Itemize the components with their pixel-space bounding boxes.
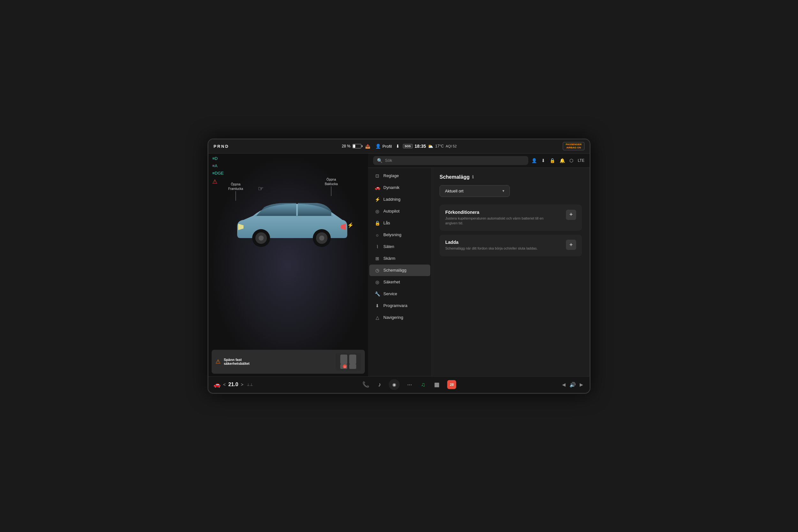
search-action-icons: 👤 ⬇ 🔒 🔔 ⬡ LTE [531,158,585,163]
menu-item-reglage[interactable]: ⊡ Reglage [369,170,430,182]
las-label: Lås [383,221,390,225]
car-taskbar-icon[interactable]: 🚗 [213,381,221,388]
gallery-icon[interactable]: ▦ [433,380,441,390]
temp-value: 21.0 [228,382,238,387]
vol-prev-button[interactable]: ◀ [561,381,567,388]
reglage-icon: ⊡ [375,173,380,178]
schemalägg-icon: ◷ [375,268,380,273]
bluetooth-action-icon[interactable]: ⬡ [569,158,573,163]
airbag-badge: PASSENGER AIRBAG ON [563,142,585,151]
search-input-wrapper[interactable]: 🔍 Sök [373,156,528,165]
label-trunk[interactable]: ÖppnaBaklucka [325,177,338,196]
menu-item-autopilot[interactable]: ◎ Autopilot [369,206,430,217]
settings-title: Schemalägg ℹ [439,174,582,180]
temp-ac-icon: ⊥⊥ [247,383,253,387]
menu-item-laddning[interactable]: ⚡ Laddning [369,194,430,205]
menu-item-sakerhet[interactable]: ◎ Säkerhet [369,277,430,288]
info-icon[interactable]: ℹ [472,175,474,179]
icon-warning[interactable]: ⚠ [212,178,224,185]
temp-next-button[interactable]: > [241,382,243,387]
icon-display-mode[interactable]: ≡D [212,156,224,161]
menu-item-schemalägg[interactable]: ◷ Schemalägg [369,265,430,276]
ladda-content: Ladda Schemalägg när ditt fordon ska bör… [445,240,562,251]
menu-item-las[interactable]: 🔒 Lås [369,217,430,229]
app-circle-icon[interactable]: ◉ [389,379,400,390]
volume-icon[interactable]: 🔊 [569,382,576,388]
sos-badge[interactable]: SOS [403,144,413,148]
main-content: ≡D ≡A ≡DGE ⚠ [208,153,590,376]
programvara-icon: ⬇ [375,303,380,308]
left-panel: ≡D ≡A ≡DGE ⚠ [208,153,368,376]
sakerhet-label: Säkerhet [383,280,400,284]
menu-item-dynamik[interactable]: 🚗 Dynamik [369,182,430,193]
laddning-label: Laddning [383,197,401,202]
volume-control: 🔊 [569,382,576,388]
touch-icon: ☞ [258,185,264,192]
content-area: ⊡ Reglage 🚗 Dynamik ⚡ Laddning ◎ Autopil… [368,168,590,376]
icon-auto[interactable]: ≡A [212,164,224,168]
status-bar: PRND 28 % 📤 👤 Profil ⬇ SOS 18:35 ⛅ 17°C [208,139,590,153]
prnd-display: PRND [213,144,229,149]
signal-action-icon[interactable]: LTE [578,158,585,163]
taskbar-right: ◀ 🔊 ▶ [540,381,585,388]
spotify-icon[interactable]: ♫ [420,380,427,390]
reglage-label: Reglage [383,173,399,178]
forkonditionera-add-button[interactable]: + [566,210,576,220]
bell-action-icon[interactable]: 🔔 [559,158,565,163]
location-dropdown[interactable]: Aktuell ort ▾ [439,185,510,197]
calendar-badge[interactable]: 28 [447,380,456,389]
alert-text: Spänn fast säkerhetsbältet [224,358,250,365]
saten-label: Säten [383,244,394,249]
menu-sidebar: ⊡ Reglage 🚗 Dynamik ⚡ Laddning ◎ Autopil… [368,168,432,376]
belysning-icon: ☼ [375,232,380,238]
car-illustration: ⚡ [228,185,349,255]
menu-item-service[interactable]: 🔧 Service [369,288,430,300]
profile-action-icon[interactable]: 👤 [531,158,537,163]
dynamik-label: Dynamik [383,185,400,190]
ladda-row: Ladda Schemalägg när ditt fordon ska bör… [439,234,582,256]
location-dropdown-wrapper: Aktuell ort ▾ [439,185,582,197]
search-icon: 🔍 [377,158,382,163]
autopilot-icon: ◎ [375,209,380,214]
svg-rect-11 [349,364,356,369]
temp-prev-button[interactable]: < [223,382,226,387]
more-icon[interactable]: ··· [406,380,413,390]
left-icons: ≡D ≡A ≡DGE ⚠ [212,156,224,185]
taskbar-center: 📞 ♪ ◉ ··· ♫ ▦ 28 [278,379,540,390]
phone-icon[interactable]: 📞 [361,380,370,390]
ladda-desc: Schemalägg när ditt fordon ska börja och… [445,246,547,251]
lock-action-icon[interactable]: 🔒 [550,158,555,163]
weather-icon: ⛅ [428,144,433,149]
svg-text:⚠: ⚠ [344,365,346,368]
autopilot-label: Autopilot [383,209,400,213]
search-bar: 🔍 Sök 👤 ⬇ 🔒 🔔 ⬡ LTE [368,153,590,168]
download-action-icon[interactable]: ⬇ [542,158,545,163]
ladda-add-button[interactable]: + [566,240,576,250]
dropdown-arrow: ▾ [502,189,504,193]
profile-button[interactable]: 👤 Profil [375,144,392,149]
menu-item-navigering[interactable]: △ Navigering [369,312,430,323]
vol-next-button[interactable]: ▶ [578,381,585,388]
menu-item-skarm[interactable]: ⊞ Skärm [369,253,430,264]
alert-icon: ⚠ [215,358,221,365]
dynamik-icon: 🚗 [375,185,380,190]
icon-edge[interactable]: ≡DGE [212,171,224,175]
search-placeholder[interactable]: Sök [385,158,392,163]
skarm-label: Skärm [383,256,396,261]
profile-icon: 👤 [375,144,381,149]
dropdown-text: Aktuell ort [445,189,463,193]
svg-text:⚡: ⚡ [347,222,354,228]
download-icon[interactable]: ⬇ [396,144,400,149]
seat-thumbnail: ⚠ [336,353,361,370]
music-icon[interactable]: ♪ [377,380,382,390]
skarm-icon: ⊞ [375,256,380,261]
menu-item-belysning[interactable]: ☼ Belysning [369,229,430,241]
tesla-screen: PRND 28 % 📤 👤 Profil ⬇ SOS 18:35 ⛅ 17°C [208,138,590,394]
ladda-title: Ladda [445,240,562,245]
label-front-hood[interactable]: Öppna Framlucka [228,182,243,201]
battery-percent: 28 % [342,144,350,148]
menu-item-saten[interactable]: ⌇ Säten [369,241,430,252]
settings-title-text: Schemalägg [439,174,470,180]
menu-item-programvara[interactable]: ⬇ Programvara [369,300,430,311]
upload-icon: 📤 [365,144,370,149]
